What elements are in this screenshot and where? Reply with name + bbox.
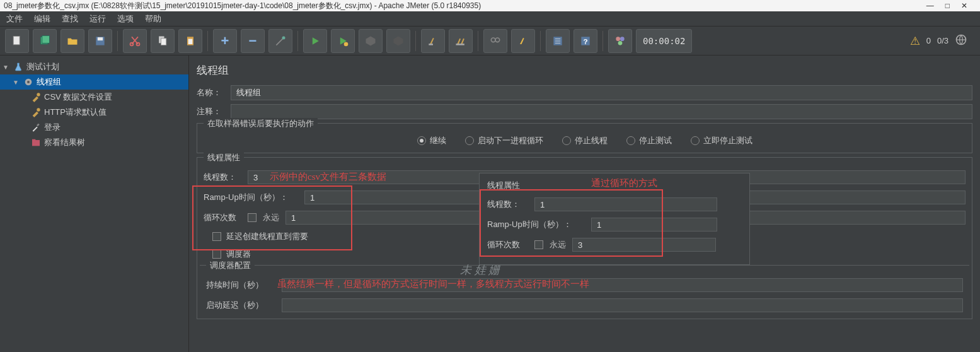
save-button[interactable] <box>88 29 112 53</box>
tree-label: 察看结果树 <box>44 137 85 148</box>
radio-label: 停止测试 <box>639 135 672 146</box>
flask-icon <box>13 62 24 72</box>
radio-icon <box>626 136 635 145</box>
svg-point-18 <box>495 38 500 42</box>
cut-button[interactable] <box>123 29 147 53</box>
open-button[interactable] <box>61 29 84 53</box>
radio-label: 停止线程 <box>575 135 608 146</box>
startup-delay-input[interactable] <box>282 298 963 312</box>
tree-http-defaults[interactable]: HTTP请求默认值 <box>0 105 188 120</box>
help-button[interactable]: ? <box>574 29 597 53</box>
radio-stop-now[interactable]: 立即停止测试 <box>691 135 752 146</box>
thread-dump-button[interactable] <box>608 29 632 53</box>
radio-label: 立即停止测试 <box>703 135 752 146</box>
start-no-pause-button[interactable] <box>331 29 355 53</box>
copy-button[interactable] <box>151 29 175 53</box>
scheduler-checkbox[interactable] <box>212 250 221 259</box>
start-button[interactable] <box>303 29 327 53</box>
forever-checkbox[interactable] <box>248 213 257 222</box>
svg-marker-13 <box>366 36 376 45</box>
collapse-icon[interactable]: ▼ <box>13 79 20 86</box>
window-title: 08_jmeter参数化_csv.jmx (E:\0828软件测试\15_jme… <box>4 1 481 11</box>
annotation-right: 通过循环的方式 <box>591 177 657 189</box>
sampler-error-fieldset: 在取样器错误后要执行的动作 继续 启动下一进程循环 停止线程 停止测试 <box>197 123 972 153</box>
menu-run[interactable]: 运行 <box>89 13 106 25</box>
svg-text:?: ? <box>583 37 587 45</box>
paste-button[interactable] <box>178 29 202 53</box>
radio-start-next[interactable]: 启动下一进程循环 <box>465 135 543 146</box>
overlay-rampup-input[interactable] <box>591 218 717 232</box>
tree-csv-config[interactable]: CSV 数据文件设置 <box>0 90 188 105</box>
tree-thread-group[interactable]: ▼ 线程组 <box>0 74 188 90</box>
menu-edit[interactable]: 编辑 <box>34 13 50 25</box>
tree-label: 线程组 <box>37 76 61 88</box>
overlay-threads-input[interactable] <box>534 197 717 211</box>
clear-button[interactable] <box>421 29 445 53</box>
warning-icon[interactable]: ⚠ <box>910 34 920 48</box>
overlay-forever-checkbox[interactable] <box>534 240 543 249</box>
radio-stop-thread[interactable]: 停止线程 <box>562 135 608 146</box>
scheduler-label: 调度器 <box>226 249 251 260</box>
radio-icon <box>465 136 474 145</box>
threads-label: 线程数： <box>204 172 241 183</box>
svg-marker-14 <box>394 36 403 45</box>
svg-point-12 <box>344 42 349 46</box>
loop-label: 循环次数 <box>204 212 241 223</box>
tree-view-results[interactable]: 察看结果树 <box>0 135 188 150</box>
maximize-button[interactable]: □ <box>945 1 950 10</box>
delay-create-checkbox[interactable] <box>212 232 221 241</box>
menu-file[interactable]: 文件 <box>6 13 23 25</box>
name-input[interactable] <box>231 85 972 100</box>
overlay-loop-label: 循环次数 <box>487 239 528 250</box>
collapse-icon[interactable]: ▼ <box>3 64 10 71</box>
annotation-bottom: 虽然结果一样，但是循环的方式运行时间一样，多线程方式运行时间不一样 <box>277 278 589 290</box>
radio-continue[interactable]: 继续 <box>417 135 446 146</box>
close-button[interactable]: ✕ <box>961 1 967 10</box>
duration-label: 持续时间（秒） <box>206 279 275 291</box>
expand-button[interactable]: + <box>213 29 237 53</box>
menu-options[interactable]: 选项 <box>117 13 134 25</box>
tree-login[interactable]: 登录 <box>0 120 188 135</box>
radio-label: 继续 <box>430 135 446 146</box>
tree-label: CSV 数据文件设置 <box>44 91 112 103</box>
menu-help[interactable]: 帮助 <box>145 13 161 25</box>
shutdown-button[interactable] <box>386 29 410 53</box>
tree-label: 测试计划 <box>26 61 59 73</box>
folder-icon <box>30 138 42 148</box>
name-label: 名称： <box>197 87 226 98</box>
svg-rect-8 <box>161 38 166 45</box>
content-panel: 线程组 名称： 注释： 在取样器错误后要执行的动作 继续 启动下一进程循环 <box>189 56 980 352</box>
svg-rect-4 <box>98 37 103 40</box>
clear-all-button[interactable] <box>449 29 473 53</box>
function-helper-button[interactable] <box>546 29 570 53</box>
svg-rect-0 <box>13 36 20 44</box>
overlay-forever-label: 永远 <box>550 239 566 250</box>
reset-search-button[interactable] <box>511 29 535 53</box>
scheduler-config-title: 调度器配置 <box>206 260 255 271</box>
comment-input[interactable] <box>231 104 972 119</box>
warning-count: 0 <box>926 36 931 45</box>
templates-button[interactable] <box>33 29 57 53</box>
menu-search[interactable]: 查找 <box>62 13 78 25</box>
svg-point-11 <box>282 36 285 39</box>
stop-button[interactable] <box>359 29 383 53</box>
comment-label: 注释： <box>197 106 226 117</box>
svg-point-29 <box>37 108 40 111</box>
radio-icon <box>562 136 571 145</box>
toolbar: + − ? 00:00:02 ⚠ 0 0/3 <box>0 26 980 56</box>
minimize-button[interactable]: — <box>926 1 934 10</box>
rampup-label: Ramp-Up时间（秒）： <box>204 192 298 203</box>
radio-stop-test[interactable]: 停止测试 <box>626 135 672 146</box>
collapse-button[interactable]: − <box>241 29 265 53</box>
menubar: 文件 编辑 查找 运行 选项 帮助 <box>0 11 980 26</box>
tree-test-plan[interactable]: ▼ 测试计划 <box>0 59 188 74</box>
toggle-button[interactable] <box>268 29 292 53</box>
search-button[interactable] <box>483 29 507 53</box>
active-threads: 0/3 <box>937 36 948 45</box>
overlay-loop-input[interactable] <box>572 238 716 252</box>
test-plan-tree: ▼ 测试计划 ▼ 线程组 CSV 数据文件设置 HTTP请求默认值 登录 <box>0 56 189 352</box>
annotation-left: 示例中的csv文件有三条数据 <box>270 171 386 183</box>
server-icon[interactable] <box>955 33 967 48</box>
new-button[interactable] <box>5 29 29 53</box>
thread-props-title: 线程属性 <box>204 152 244 163</box>
